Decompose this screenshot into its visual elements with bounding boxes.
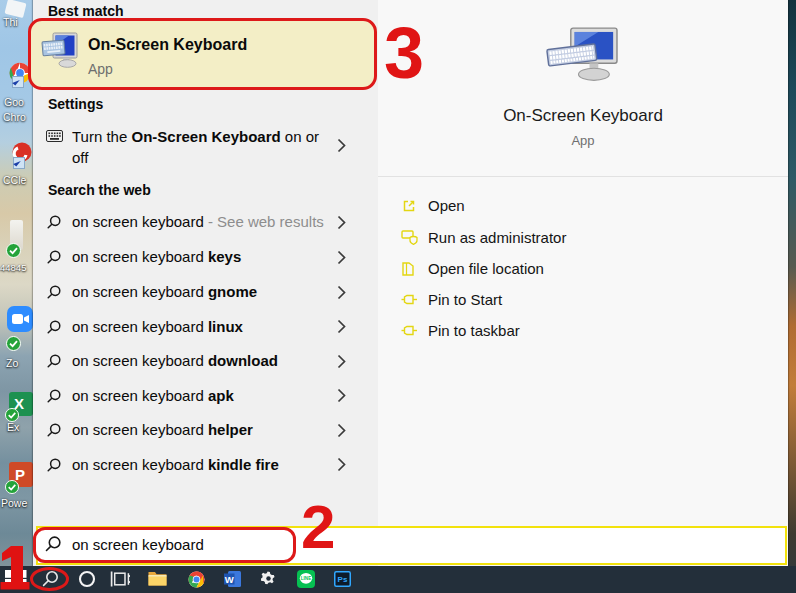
svg-text:Ps: Ps (338, 575, 348, 584)
svg-text:W: W (225, 574, 234, 585)
svg-text:LINE: LINE (301, 576, 311, 581)
